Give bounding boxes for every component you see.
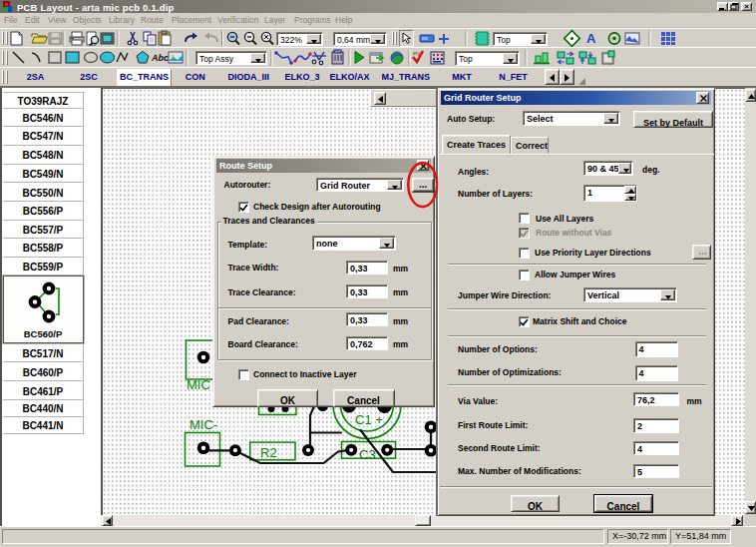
svg-text:MIC: MIC	[187, 377, 210, 392]
svg-text:R2: R2	[260, 445, 277, 460]
svg-text:C1 +: C1 +	[355, 412, 383, 427]
svg-text:C3: C3	[359, 447, 376, 462]
svg-text:A: A	[586, 31, 596, 46]
svg-text:BC560/P: BC560/P	[24, 328, 63, 339]
svg-text:MIC-: MIC-	[189, 417, 217, 432]
